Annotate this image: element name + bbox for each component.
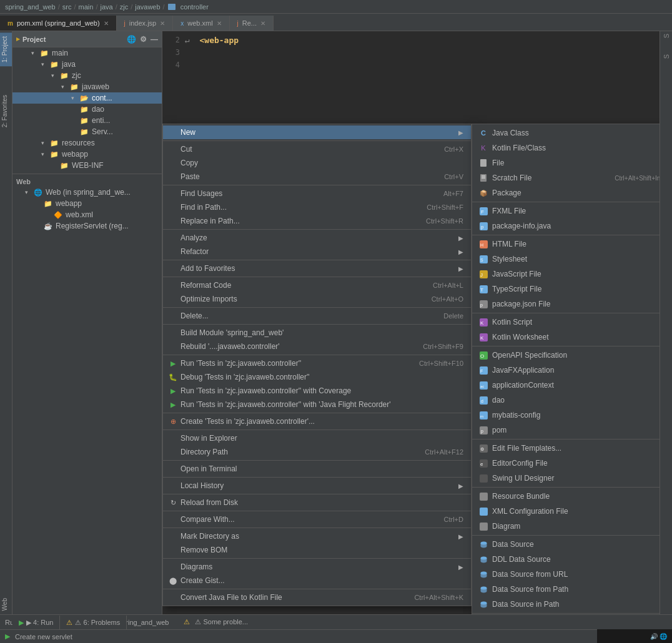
right-strip-label2[interactable]: S: [663, 54, 670, 59]
ctx-right-css[interactable]: S Stylesheet: [472, 252, 660, 267]
ctx-right-java-class[interactable]: C Java Class: [472, 125, 660, 140]
tree-item-webxml[interactable]: 🔶 web.xml: [12, 209, 162, 220]
sidebar-label-structure[interactable]: 2: Favorites: [0, 91, 12, 131]
ctx-right-ds-from-url[interactable]: Data Source from URL: [472, 567, 660, 582]
ctx-run-jfr[interactable]: ▶ Run 'Tests in 'zjc.javaweb.controller'…: [163, 398, 471, 411]
tree-item-webapp[interactable]: ▾ 📁 webapp: [12, 149, 162, 160]
ctx-run-tests[interactable]: ▶ Run 'Tests in 'zjc.javaweb.controller'…: [163, 356, 471, 370]
ctx-create-tests[interactable]: ⊕ Create 'Tests in 'zjc.javaweb.controll…: [163, 415, 471, 428]
ctx-right-datasource[interactable]: Data Source ▶: [472, 537, 660, 552]
ctx-right-swing[interactable]: Swing UI Designer ▶: [472, 471, 660, 486]
ctx-right-appctx[interactable]: ac applicationContext: [472, 378, 660, 393]
tree-item-java[interactable]: ▾ 📁 java: [12, 59, 162, 70]
ds-in-path-icon: [478, 599, 488, 609]
ctx-right-mybatis[interactable]: m mybatis-config: [472, 408, 660, 423]
tree-item-enti[interactable]: 📁 enti...: [12, 115, 162, 126]
ctx-right-kotlin-ws[interactable]: K Kotlin Worksheet: [472, 330, 660, 345]
tab-problems[interactable]: ⚠ ⚠ 6: Problems: [60, 616, 127, 629]
tab-close-icon[interactable]: ✕: [160, 20, 165, 27]
ctx-right-package[interactable]: 📦 Package: [472, 185, 660, 200]
ctx-paste[interactable]: Paste Ctrl+V: [163, 170, 471, 184]
ctx-right-ds-from-path[interactable]: Data Source from Path: [472, 582, 660, 597]
settings-icon[interactable]: ⚙: [140, 35, 147, 44]
tree-item-javaweb[interactable]: ▾ 📁 javaweb: [12, 81, 162, 92]
ctx-cut[interactable]: Cut Ctrl+X: [163, 142, 471, 156]
ctx-show-explorer[interactable]: Show in Explorer: [163, 431, 471, 445]
ctx-new[interactable]: New ▶: [163, 125, 471, 139]
ctx-right-dao[interactable]: d dao: [472, 393, 660, 408]
ctx-right-diagram[interactable]: Diagram ▶: [472, 519, 660, 534]
ctx-right-js[interactable]: J JavaScript File: [472, 267, 660, 282]
ctx-right-ds-in-path[interactable]: Data Source in Path: [472, 597, 660, 612]
ctx-label: Cut: [180, 145, 192, 154]
ctx-right-label: Data Source: [492, 540, 534, 549]
ctx-mark-dir[interactable]: Mark Directory as ▶: [163, 529, 471, 543]
tree-item-registerservlet[interactable]: ☕ RegisterServlet (reg...: [12, 220, 162, 232]
ctx-dir-path[interactable]: Directory Path Ctrl+Alt+F12: [163, 445, 471, 459]
ctx-right-resource-bundle[interactable]: Resource Bundle: [472, 489, 660, 504]
ctx-gist[interactable]: ⬤ Create Gist...: [163, 574, 471, 587]
tree-item-serv[interactable]: 📁 Serv...: [12, 126, 162, 137]
ctx-right-ddl-datasource[interactable]: DDL Data Source: [472, 552, 660, 567]
ctx-arrow-icon: ▶: [458, 483, 463, 489]
ctx-reformat[interactable]: Reformat Code Ctrl+Alt+L: [163, 278, 471, 292]
sidebar-label-project[interactable]: 1: Project: [0, 32, 12, 66]
tab-index[interactable]: j index.jsp ✕: [117, 16, 174, 31]
tree-item-dao[interactable]: 📁 dao: [12, 104, 162, 115]
ctx-open-terminal[interactable]: Open in Terminal: [163, 462, 471, 476]
ctx-debug-tests[interactable]: 🐛 Debug 'Tests in 'zjc.javaweb.controlle…: [163, 370, 471, 384]
ctx-right-pkgjson[interactable]: p package.json File: [472, 297, 660, 312]
ctx-copy[interactable]: Copy: [163, 156, 471, 170]
ctx-local-history[interactable]: Local History ▶: [163, 479, 471, 493]
ctx-right-javafx[interactable]: F JavaFXApplication: [472, 363, 660, 378]
right-strip-label[interactable]: S: [663, 34, 670, 38]
ctx-analyze[interactable]: Analyze ▶: [163, 231, 471, 245]
tab-re[interactable]: j Re... ✕: [230, 16, 274, 31]
globe-icon[interactable]: 🌐: [127, 35, 136, 44]
ctx-right-kotlin-class[interactable]: K Kotlin File/Class: [472, 140, 660, 155]
ctx-convert-kotlin[interactable]: Convert Java File to Kotlin File Ctrl+Al…: [163, 591, 471, 604]
ctx-diagrams[interactable]: Diagrams ▶: [163, 560, 471, 574]
ctx-reload[interactable]: ↻ Reload from Disk: [163, 496, 471, 509]
ctx-right-kotlin-script[interactable]: K Kotlin Script: [472, 315, 660, 330]
tree-item-web-project[interactable]: ▾ 🌐 Web (in spring_and_we...: [12, 187, 162, 198]
ctx-right-pom[interactable]: p pom: [472, 423, 660, 438]
tab-run[interactable]: ▶ ▶ 4: Run: [12, 616, 60, 629]
tree-item-main[interactable]: ▾ 📁 main: [12, 47, 162, 59]
ctx-run-coverage[interactable]: ▶ Run 'Tests in 'zjc.javaweb.controller'…: [163, 384, 471, 398]
tab-close-icon[interactable]: ✕: [104, 20, 109, 27]
tree-item-controller[interactable]: ▾ 📂 cont...: [12, 92, 162, 104]
ctx-right-file[interactable]: File: [472, 155, 660, 170]
ctx-favorites[interactable]: Add to Favorites ▶: [163, 262, 471, 275]
ctx-compare[interactable]: Compare With... Ctrl+D: [163, 513, 471, 526]
ctx-right-editorconfig[interactable]: e EditorConfig File: [472, 456, 660, 471]
tree-item-webapp2[interactable]: 📁 webapp: [12, 198, 162, 209]
ctx-remove-bom[interactable]: Remove BOM: [163, 543, 471, 557]
sidebar-label-web[interactable]: Web: [0, 594, 12, 614]
ctx-find-usages[interactable]: Find Usages Alt+F7: [163, 187, 471, 200]
tree-item-resources[interactable]: ▾ 📁 resources: [12, 137, 162, 149]
tab-pom[interactable]: m pom.xml (spring_and_web) ✕: [0, 16, 117, 31]
breadcrumb-part: zjc: [120, 3, 128, 11]
ctx-right-fxml[interactable]: F FXML File: [472, 204, 660, 218]
tab-close-icon[interactable]: ✕: [217, 20, 222, 27]
ctx-find-path[interactable]: Find in Path... Ctrl+Shift+F: [163, 200, 471, 214]
ctx-replace-path[interactable]: Replace in Path... Ctrl+Shift+R: [163, 214, 471, 228]
ctx-optimize[interactable]: Optimize Imports Ctrl+Alt+O: [163, 292, 471, 306]
ctx-right-xml-cfg[interactable]: XML Configuration File ▶: [472, 504, 660, 519]
ctx-refactor[interactable]: Refactor ▶: [163, 245, 471, 258]
tab-close-icon[interactable]: ✕: [260, 20, 265, 27]
ctx-right-pkginfo[interactable]: p package-info.java: [472, 218, 660, 233]
ctx-right-edit-templates[interactable]: ⚙ Edit File Templates...: [472, 441, 660, 456]
ctx-right-ts[interactable]: T TypeScript File: [472, 282, 660, 297]
tree-item-zjc[interactable]: ▾ 📁 zjc: [12, 70, 162, 81]
tab-webxml[interactable]: x web.xml ✕: [173, 16, 229, 31]
ctx-build-module[interactable]: Build Module 'spring_and_web': [163, 326, 471, 340]
ctx-rebuild[interactable]: Rebuild '....javaweb.controller' Ctrl+Sh…: [163, 340, 471, 353]
tree-item-webinf[interactable]: 📁 WEB-INF: [12, 160, 162, 171]
ctx-right-openapi[interactable]: O OpenAPI Specification: [472, 348, 660, 363]
ctx-delete[interactable]: Delete... Delete: [163, 309, 471, 323]
minimize-icon[interactable]: —: [151, 35, 158, 44]
ctx-right-scratch[interactable]: Scratch File Ctrl+Alt+Shift+Insert: [472, 170, 660, 185]
ctx-right-html[interactable]: H HTML File: [472, 237, 660, 252]
